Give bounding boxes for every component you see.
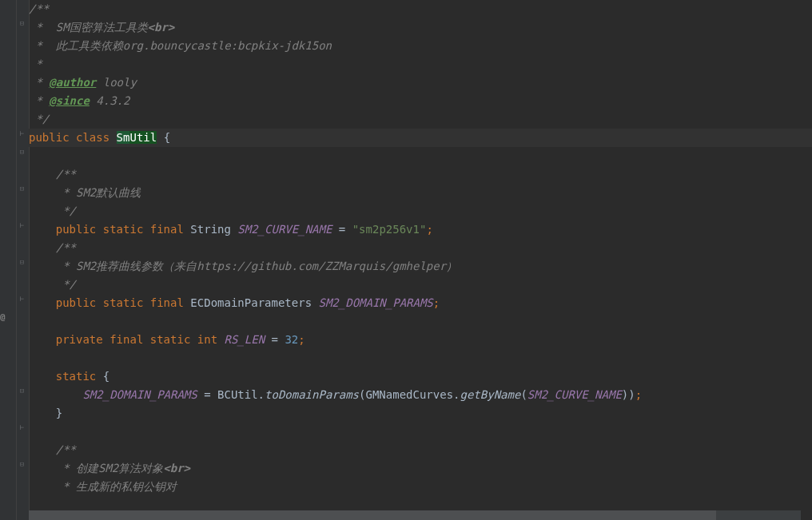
dot: . bbox=[453, 388, 460, 401]
fold-marker-open[interactable]: ⊟ bbox=[18, 19, 26, 26]
keyword-final: final bbox=[150, 223, 184, 236]
field-sm2-curve-name: SM2_CURVE_NAME bbox=[527, 388, 622, 401]
operator-assign: = bbox=[265, 333, 285, 346]
keyword-public: public bbox=[29, 131, 70, 144]
fold-marker-open[interactable]: ⊟ bbox=[18, 258, 26, 265]
code-line[interactable]: SM2_DOMAIN_PARAMS = BCUtil.toDomainParam… bbox=[29, 386, 812, 404]
fold-marker-close[interactable]: ⊢ bbox=[18, 221, 26, 228]
semicolon: ; bbox=[635, 388, 642, 401]
code-line[interactable]: * SM2默认曲线 bbox=[29, 184, 812, 202]
code-line[interactable]: /** bbox=[29, 441, 812, 459]
operator-assign: = bbox=[332, 223, 352, 236]
keyword-public: public bbox=[56, 223, 97, 236]
code-line[interactable]: * 此工具类依赖org.bouncycastle:bcpkix-jdk15on bbox=[29, 37, 812, 55]
javadoc-html: <br> bbox=[163, 462, 190, 474]
semicolon: ; bbox=[298, 333, 304, 346]
javadoc-tag-author: @author bbox=[49, 76, 96, 89]
keyword-final: final bbox=[150, 296, 184, 309]
fold-marker-close[interactable]: ⊢ bbox=[18, 295, 26, 302]
javadoc-tag-since: @since bbox=[49, 94, 90, 107]
keyword-int: int bbox=[197, 333, 217, 346]
javadoc-start: /** bbox=[56, 241, 76, 254]
keyword-final: final bbox=[109, 333, 143, 346]
field-sm2-domain-params: SM2_DOMAIN_PARAMS bbox=[82, 388, 197, 401]
code-line-empty[interactable] bbox=[29, 312, 812, 331]
code-line[interactable]: * @author looly bbox=[29, 73, 812, 92]
code-line[interactable]: */ bbox=[29, 276, 812, 294]
javadoc-text: * SM2推荐曲线参数（来自https://github.com/ZZMarqu… bbox=[56, 260, 457, 272]
number-literal: 32 bbox=[285, 333, 298, 346]
code-line-empty[interactable] bbox=[29, 349, 812, 367]
code-line-empty[interactable] bbox=[29, 147, 812, 165]
code-line[interactable]: private final static int RS_LEN = 32; bbox=[29, 331, 812, 349]
dot: . bbox=[258, 388, 265, 401]
keyword-private: private bbox=[56, 333, 103, 346]
javadoc-start: /** bbox=[56, 168, 76, 181]
fold-marker-open[interactable]: ⊟ bbox=[18, 460, 26, 467]
code-line[interactable]: /** bbox=[29, 165, 812, 184]
operator-assign: = bbox=[197, 388, 217, 401]
code-line[interactable]: static { bbox=[29, 367, 812, 386]
javadoc-text: * bbox=[29, 94, 49, 107]
keyword-static: static bbox=[103, 296, 144, 309]
code-line[interactable]: public static final String SM2_CURVE_NAM… bbox=[29, 220, 812, 239]
keyword-class: class bbox=[76, 131, 109, 144]
code-line[interactable]: * SM国密算法工具类<br> bbox=[29, 18, 812, 37]
brace-open: { bbox=[164, 131, 170, 144]
scrollbar-thumb[interactable] bbox=[29, 510, 716, 520]
javadoc-start: /** bbox=[56, 443, 76, 456]
code-line[interactable]: * 生成新的私钥公钥对 bbox=[29, 478, 812, 496]
javadoc-end: */ bbox=[56, 204, 76, 217]
code-line[interactable]: * SM2推荐曲线参数（来自https://github.com/ZZMarqu… bbox=[29, 257, 812, 276]
javadoc-text: * 此工具类依赖org.bouncycastle:bcpkix-jdk15on bbox=[29, 39, 332, 52]
paren-open: ( bbox=[520, 388, 527, 401]
field-sm2-domain-params: SM2_DOMAIN_PARAMS bbox=[319, 296, 433, 309]
fold-marker-open[interactable]: ⊟ bbox=[18, 387, 26, 394]
class-gmnamedcurves: GMNamedCurves bbox=[366, 388, 454, 401]
horizontal-scrollbar[interactable] bbox=[29, 510, 801, 520]
fold-marker-close[interactable]: ⊢ bbox=[18, 129, 26, 137]
code-line[interactable]: * @since 4.3.2 bbox=[29, 92, 812, 110]
javadoc-text: * 创建SM2算法对象 bbox=[56, 462, 164, 474]
code-line[interactable]: * bbox=[29, 55, 812, 73]
javadoc-text: 4.3.2 bbox=[90, 94, 130, 107]
fold-marker-close[interactable]: ⊢ bbox=[18, 423, 26, 431]
code-line[interactable]: public static final ECDomainParameters S… bbox=[29, 294, 812, 312]
fold-marker-open[interactable]: ⊟ bbox=[18, 148, 26, 155]
keyword-static: static bbox=[150, 333, 191, 346]
class-name-highlighted: SmUtil bbox=[117, 131, 157, 144]
code-line[interactable]: /** bbox=[29, 239, 812, 257]
javadoc-text: * 生成新的私钥公钥对 bbox=[56, 480, 177, 493]
keyword-public: public bbox=[56, 296, 97, 309]
code-line-active[interactable]: public class SmUtil { bbox=[29, 129, 812, 147]
code-line[interactable]: * 创建SM2算法对象<br> bbox=[29, 459, 812, 478]
class-bcutil: BCUtil bbox=[217, 388, 258, 401]
keyword-static: static bbox=[56, 370, 97, 383]
javadoc-text: looly bbox=[96, 76, 137, 89]
javadoc-text: * SM国密算法工具类 bbox=[29, 21, 148, 34]
paren-close: ) bbox=[628, 388, 635, 401]
type-ecdomainparameters: ECDomainParameters bbox=[190, 296, 312, 309]
code-line[interactable]: /** bbox=[29, 0, 812, 18]
vcs-change-marker[interactable]: @ bbox=[0, 312, 6, 322]
method-todomainparams: toDomainParams bbox=[265, 388, 359, 401]
editor-container: ⊟ ⊢ ⊟ ⊟ ⊢ ⊟ ⊢ @ ⊟ ⊢ ⊟ /** * SM国密算法工具类<br… bbox=[0, 0, 812, 520]
javadoc-text: * SM2默认曲线 bbox=[56, 186, 141, 199]
javadoc-html: <br> bbox=[148, 21, 175, 34]
method-getbyname: getByName bbox=[460, 388, 521, 401]
code-line[interactable]: } bbox=[29, 404, 812, 423]
fold-marker-open[interactable]: ⊟ bbox=[18, 185, 26, 192]
javadoc-text: * bbox=[29, 76, 49, 89]
code-area[interactable]: /** * SM国密算法工具类<br> * 此工具类依赖org.bouncyca… bbox=[29, 0, 812, 520]
code-line[interactable]: */ bbox=[29, 202, 812, 220]
semicolon: ; bbox=[433, 296, 440, 309]
javadoc-text: * bbox=[29, 58, 42, 70]
code-line[interactable]: */ bbox=[29, 110, 812, 129]
keyword-static: static bbox=[103, 223, 144, 236]
brace-open: { bbox=[103, 370, 109, 383]
semicolon: ; bbox=[426, 223, 432, 236]
code-line-empty[interactable] bbox=[29, 423, 812, 441]
paren-open: ( bbox=[359, 388, 365, 401]
type-string: String bbox=[190, 223, 231, 236]
brace-close: } bbox=[56, 407, 62, 419]
